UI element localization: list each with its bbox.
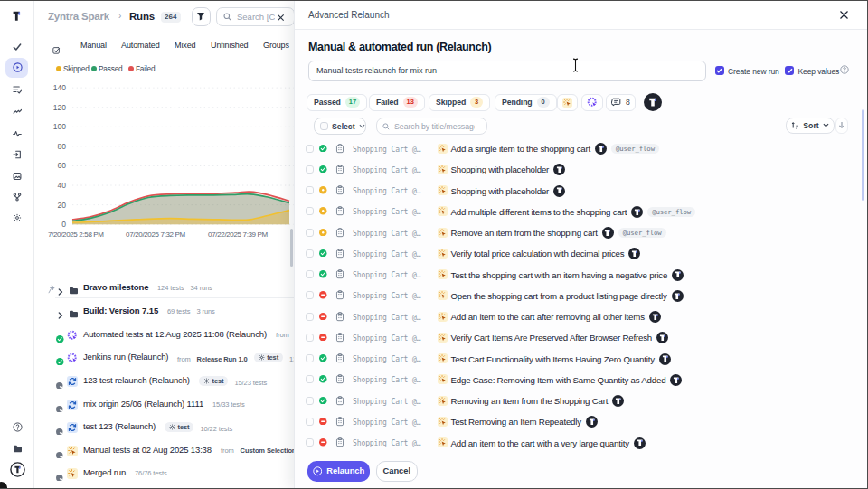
sidebar-item-branch[interactable] bbox=[0, 188, 34, 206]
breadcrumb-page[interactable]: Runs bbox=[129, 11, 155, 22]
chip-failed[interactable]: Failed13 bbox=[369, 94, 425, 111]
case-checkbox[interactable] bbox=[306, 145, 314, 153]
sidebar-item-check[interactable] bbox=[0, 38, 34, 56]
case-checkbox[interactable] bbox=[306, 207, 314, 215]
case-row[interactable]: Shopping Cart @…Shopping with placeholde… bbox=[295, 180, 868, 201]
sidebar-item-stairs[interactable] bbox=[0, 102, 34, 120]
assignee-avatar[interactable] bbox=[644, 93, 662, 111]
case-row[interactable]: Shopping Cart @…Add an item to the cart … bbox=[295, 306, 868, 327]
sort-button[interactable]: Sort bbox=[786, 118, 835, 134]
tab-manual[interactable]: Manual bbox=[80, 41, 107, 50]
filter-button[interactable] bbox=[192, 7, 211, 26]
case-title[interactable]: Add an item to the cart after removing a… bbox=[451, 311, 661, 324]
case-checkbox[interactable] bbox=[306, 354, 314, 362]
case-row[interactable]: Shopping Cart @…Add a single item to the… bbox=[295, 138, 868, 159]
case-row[interactable]: Shopping Cart @…Edge Case: Removing Item… bbox=[295, 369, 868, 390]
sidebar-item-pulse[interactable] bbox=[0, 125, 34, 143]
sidebar-item-gear[interactable] bbox=[0, 209, 34, 227]
run-title[interactable]: mix origin 25/06 (Relaunch) 1111 bbox=[83, 399, 203, 409]
tab-groups[interactable]: Groups bbox=[263, 41, 289, 50]
case-row[interactable]: Shopping Cart @…Verify Cart Items Are Pr… bbox=[295, 327, 868, 348]
case-title[interactable]: Open the shopping cart from a product li… bbox=[451, 289, 684, 302]
case-title[interactable]: Verify Cart Items Are Preserved After Br… bbox=[451, 332, 669, 344]
case-title[interactable]: Test Removing an Item Repeatedly bbox=[451, 416, 598, 428]
case-title[interactable]: Test Cart Functionality with Items Havin… bbox=[451, 353, 671, 365]
case-title[interactable]: Test the shopping cart with an item havi… bbox=[451, 268, 684, 281]
case-checkbox[interactable] bbox=[306, 249, 314, 258]
sidebar-item-list-check[interactable] bbox=[0, 80, 34, 99]
run-name-input[interactable]: Manual tests relaunch for mix run bbox=[308, 61, 706, 81]
case-title[interactable]: Add a single item to the shopping cart@u… bbox=[451, 143, 659, 155]
sidebar-item-folder[interactable] bbox=[0, 440, 34, 458]
case-checkbox[interactable] bbox=[306, 313, 314, 321]
run-title[interactable]: Bravo milestone bbox=[83, 282, 148, 292]
relaunch-button[interactable]: Relaunch bbox=[307, 461, 370, 482]
keep-values-help-icon[interactable] bbox=[840, 65, 849, 74]
case-row[interactable]: Shopping Cart @…Shopping with placeholde… bbox=[295, 159, 868, 180]
case-title[interactable]: Verify total price calculation with deci… bbox=[451, 248, 641, 260]
global-search-input[interactable]: Search [C bbox=[216, 7, 295, 26]
case-row[interactable]: Shopping Cart @…Test the shopping cart w… bbox=[295, 264, 868, 285]
case-checkbox[interactable] bbox=[306, 229, 314, 237]
case-checkbox[interactable] bbox=[306, 418, 314, 426]
sidebar-item-logo-circle[interactable] bbox=[0, 461, 34, 479]
case-checkbox[interactable] bbox=[306, 186, 314, 194]
case-title[interactable]: Add multiple different items to the shop… bbox=[451, 205, 696, 218]
case-search-input[interactable]: Search by title/message bbox=[376, 118, 487, 135]
run-title[interactable]: 123 test relaunch (Relaunch) bbox=[83, 375, 190, 385]
create-new-run-checkbox[interactable] bbox=[715, 66, 724, 75]
sidebar-item-help[interactable] bbox=[0, 418, 34, 437]
case-checkbox[interactable] bbox=[306, 291, 314, 299]
chip-automation[interactable] bbox=[581, 94, 603, 111]
case-title[interactable]: Shopping with placeholder bbox=[451, 184, 566, 197]
run-title[interactable]: Manual tests at 02 Aug 2025 13:38 bbox=[83, 445, 212, 455]
case-row[interactable]: Shopping Cart @…Removing an Item from th… bbox=[295, 390, 868, 411]
chip-passed[interactable]: Passed17 bbox=[307, 94, 367, 111]
case-title[interactable]: Removing an Item from the Shopping Cart bbox=[451, 395, 625, 408]
select-dropdown[interactable]: Select bbox=[314, 118, 366, 135]
select-all-checkbox[interactable] bbox=[320, 122, 328, 130]
search-clear-icon[interactable] bbox=[277, 14, 285, 22]
case-row[interactable]: Shopping Cart @…Add an item to the cart … bbox=[295, 432, 868, 453]
cancel-button[interactable]: Cancel bbox=[376, 461, 419, 482]
chip-comment[interactable]: 8 bbox=[606, 94, 636, 111]
case-row[interactable]: Shopping Cart @…Remove an item from the … bbox=[295, 222, 868, 243]
case-row[interactable]: Shopping Cart @…Test Removing an Item Re… bbox=[295, 411, 868, 432]
chip-sparkle[interactable] bbox=[557, 94, 578, 111]
select-runs-icon[interactable] bbox=[52, 42, 61, 58]
close-icon[interactable] bbox=[839, 10, 849, 20]
sidebar-item-door-in[interactable] bbox=[0, 146, 34, 164]
tab-automated[interactable]: Automated bbox=[121, 41, 160, 50]
main-scrollbar[interactable] bbox=[290, 229, 294, 267]
case-checkbox[interactable] bbox=[306, 334, 314, 342]
breadcrumb-project[interactable]: Zyntra Spark bbox=[48, 11, 109, 22]
keep-values-checkbox[interactable] bbox=[785, 66, 794, 75]
case-row[interactable]: Shopping Cart @…Verify total price calcu… bbox=[295, 243, 868, 264]
case-title[interactable]: Shopping with placeholder bbox=[451, 164, 566, 176]
sidebar-item-play-circle[interactable] bbox=[0, 59, 34, 77]
panel-scrollbar[interactable] bbox=[862, 109, 864, 201]
case-row[interactable]: Shopping Cart @…Open the shopping cart f… bbox=[295, 285, 868, 306]
run-title[interactable]: Jenkins run (Relaunch) bbox=[83, 352, 168, 362]
run-title[interactable]: Merged run bbox=[83, 467, 126, 477]
scroll-down-button[interactable] bbox=[835, 118, 848, 134]
tab-unfinished[interactable]: Unfinished bbox=[211, 41, 249, 50]
run-title[interactable]: test 123 (Relaunch) bbox=[83, 421, 156, 431]
case-row[interactable]: Shopping Cart @…Add multiple different i… bbox=[295, 201, 868, 221]
tab-mixed[interactable]: Mixed bbox=[175, 41, 196, 50]
case-checkbox[interactable] bbox=[306, 270, 314, 278]
case-checkbox[interactable] bbox=[306, 397, 314, 405]
run-title[interactable]: Automated tests at 12 Aug 2025 11:08 (Re… bbox=[83, 329, 267, 339]
case-checkbox[interactable] bbox=[306, 165, 314, 174]
sidebar-item-image[interactable] bbox=[0, 167, 34, 185]
case-row[interactable]: Shopping Cart @…Test Cart Functionality … bbox=[295, 348, 868, 369]
chevron-right-icon[interactable] bbox=[58, 306, 63, 323]
chip-skipped[interactable]: Skipped3 bbox=[429, 94, 490, 111]
case-checkbox[interactable] bbox=[306, 375, 314, 383]
chip-pending[interactable]: Pending0 bbox=[495, 94, 557, 111]
case-title[interactable]: Edge Case: Removing Item with Same Quant… bbox=[451, 373, 683, 386]
case-title[interactable]: Add an item to the cart with a very larg… bbox=[451, 437, 646, 449]
case-checkbox[interactable] bbox=[306, 438, 314, 447]
case-title[interactable]: Remove an item from the shopping cart@us… bbox=[451, 227, 666, 240]
run-title[interactable]: Build: Version 7.15 bbox=[83, 306, 158, 315]
